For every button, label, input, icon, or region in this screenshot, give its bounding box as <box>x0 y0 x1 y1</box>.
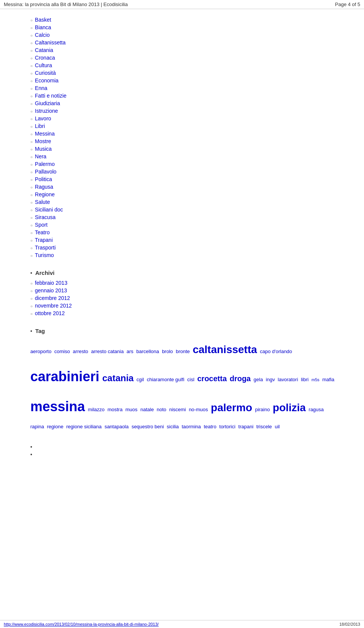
nav-link[interactable]: Pallavolo <box>35 169 56 175</box>
nav-link[interactable]: Lavoro <box>35 115 51 121</box>
archive-link[interactable]: dicembre 2012 <box>35 295 70 301</box>
tag-link[interactable]: palermo <box>211 402 252 413</box>
tag-link[interactable]: muos <box>126 407 138 412</box>
tag-link[interactable]: ragusa <box>309 407 324 412</box>
tag-section: aeroporto comiso arresto arresto catania… <box>30 338 341 432</box>
nav-link[interactable]: Sport <box>35 222 47 228</box>
tag-link[interactable]: messina <box>30 399 85 414</box>
tag-link[interactable]: lavoratori <box>278 377 298 382</box>
tag-link[interactable]: regione <box>47 424 63 429</box>
nav-item: Mostre <box>30 138 341 144</box>
tag-link[interactable]: bronte <box>176 349 190 354</box>
archive-item: ottobre 2012 <box>30 310 341 316</box>
tag-link[interactable]: santapaola <box>105 424 129 429</box>
nav-item: Libri <box>30 123 341 129</box>
nav-link[interactable]: Salute <box>35 199 50 205</box>
tag-link[interactable]: trapani <box>238 424 254 429</box>
archive-link[interactable]: febbraio 2013 <box>35 280 67 286</box>
nav-link[interactable]: Politica <box>35 176 52 182</box>
tag-link[interactable]: m5s <box>312 377 320 382</box>
tag-link[interactable]: sequestro beni <box>132 424 164 429</box>
nav-item: Turismo <box>30 252 341 258</box>
nav-link[interactable]: Enna <box>35 85 47 91</box>
tag-link[interactable]: droga <box>230 374 251 383</box>
tag-link[interactable]: regione siciliana <box>66 424 102 429</box>
nav-link[interactable]: Istruzione <box>35 108 58 114</box>
tag-link[interactable]: chiaramonte gulfi <box>147 377 184 382</box>
nav-link[interactable]: Teatro <box>35 229 50 235</box>
nav-link[interactable]: Musica <box>35 146 52 152</box>
tag-link[interactable]: aeroporto <box>30 349 52 354</box>
nav-link[interactable]: Fatti e notizie <box>35 93 66 99</box>
tag-link[interactable]: capo d'orlando <box>260 349 292 354</box>
nav-item: Trasporti <box>30 245 341 251</box>
nav-link[interactable]: Messina <box>35 131 55 137</box>
nav-link[interactable]: Curiosità <box>35 70 56 76</box>
tag-link[interactable]: noto <box>157 407 166 412</box>
tag-link[interactable]: comiso <box>54 349 70 354</box>
tag-link[interactable]: carabinieri <box>30 369 99 384</box>
tag-link[interactable]: rapina <box>30 424 44 429</box>
nav-item: Cultura <box>30 62 341 68</box>
nav-link[interactable]: Libri <box>35 123 45 129</box>
tag-link[interactable]: piraino <box>255 407 270 412</box>
nav-link[interactable]: Catania <box>35 47 53 53</box>
nav-item: Calcio <box>30 32 341 38</box>
nav-link[interactable]: Turismo <box>35 252 54 258</box>
nav-link[interactable]: Ragusa <box>35 184 53 190</box>
tag-link[interactable]: sicilia <box>167 424 179 429</box>
tag-link[interactable]: caltanissetta <box>193 344 257 355</box>
tag-link[interactable]: polizia <box>273 402 306 413</box>
nav-link[interactable]: Siracusa <box>35 214 55 220</box>
nav-link[interactable]: Cronaca <box>35 55 55 61</box>
archive-link[interactable]: novembre 2012 <box>35 303 72 309</box>
archive-link[interactable]: ottobre 2012 <box>35 310 65 316</box>
tag-link[interactable]: mostra <box>107 407 122 412</box>
tag-link[interactable]: barcellona <box>136 349 159 354</box>
nav-link[interactable]: Cultura <box>35 62 52 68</box>
tag-link[interactable]: ars <box>127 349 133 354</box>
nav-link[interactable]: Nera <box>35 153 46 159</box>
archivi-section-item: Archivi <box>30 270 341 279</box>
archive-link[interactable]: gennaio 2013 <box>35 287 67 293</box>
tag-link[interactable]: no-muos <box>189 407 208 412</box>
tag-link[interactable]: triscele <box>256 424 272 429</box>
nav-link[interactable]: Caltanissetta <box>35 39 66 46</box>
nav-item: Lavoro <box>30 115 341 121</box>
tag-link[interactable]: brolo <box>162 349 173 354</box>
tag-link[interactable]: taormina <box>182 424 201 429</box>
tag-link[interactable]: arresto <box>73 349 88 354</box>
nav-item: Curiosità <box>30 70 341 76</box>
nav-link[interactable]: Regione <box>35 191 55 197</box>
tag-link[interactable]: gela <box>254 377 263 382</box>
tag-link[interactable]: ingv <box>266 377 275 382</box>
nav-link[interactable]: Palermo <box>35 161 55 167</box>
tag-link[interactable]: milazzo <box>88 407 105 412</box>
nav-link[interactable]: Basket <box>35 17 51 23</box>
tag-link[interactable]: cisl <box>187 377 195 382</box>
nav-link[interactable]: Mostre <box>35 138 51 144</box>
page-indicator: Page 4 of 5 <box>335 2 361 7</box>
nav-link[interactable]: Siciliani doc <box>35 207 63 213</box>
archive-item: dicembre 2012 <box>30 295 341 301</box>
nav-link[interactable]: Trasporti <box>35 245 56 251</box>
nav-link[interactable]: Calcio <box>35 32 50 38</box>
tag-link[interactable]: tortorici <box>219 424 235 429</box>
nav-link[interactable]: Economia <box>35 77 58 84</box>
tag-link[interactable]: cgil <box>136 377 144 382</box>
nav-link[interactable]: Bianca <box>35 24 51 30</box>
nav-list: BasketBiancaCalcioCaltanissettaCataniaCr… <box>30 17 341 258</box>
tag-link[interactable]: catania <box>102 373 134 383</box>
nav-link[interactable]: Trapani <box>35 237 53 243</box>
nav-item: Basket <box>30 17 341 23</box>
tag-link[interactable]: crocetta <box>197 374 227 383</box>
tag-link[interactable]: uil <box>275 424 280 429</box>
tag-link[interactable]: niscemi <box>169 407 186 412</box>
nav-item: Giudiziaria <box>30 100 341 106</box>
nav-link[interactable]: Giudiziaria <box>35 100 60 106</box>
tag-link[interactable]: libri <box>301 377 309 382</box>
tag-link[interactable]: natale <box>140 407 154 412</box>
tag-link[interactable]: mafia <box>322 377 334 382</box>
tag-link[interactable]: arresto catania <box>91 349 124 354</box>
tag-link[interactable]: teatro <box>204 424 216 429</box>
